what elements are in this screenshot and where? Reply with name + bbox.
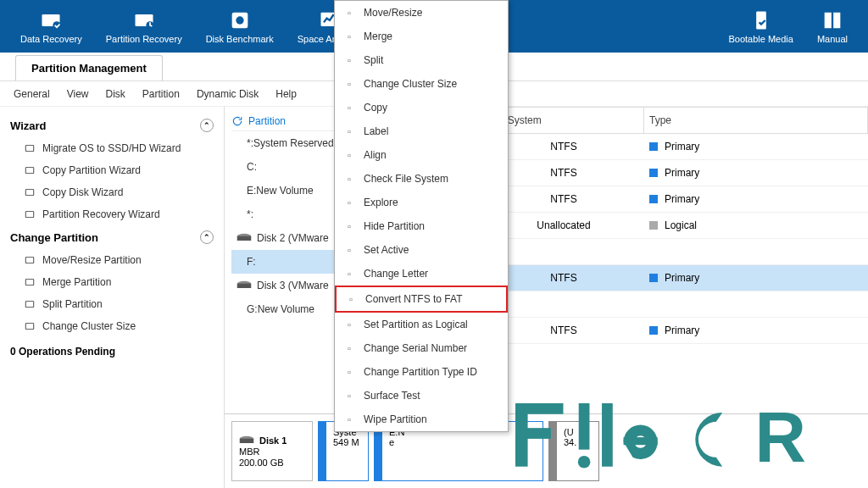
change-partition-group-title[interactable]: Change Partition ⌃	[10, 225, 214, 249]
tab-partition-management[interactable]: Partition Management	[15, 55, 163, 80]
action-icon: ▫	[343, 366, 355, 378]
label: Partition Recovery	[106, 34, 182, 44]
ctx-set-active[interactable]: ▫Set Active	[335, 238, 508, 262]
action-icon: ▫	[343, 78, 355, 90]
ctx-change-partition-type-id[interactable]: ▫Change Partition Type ID	[335, 360, 508, 384]
svg-rect-13	[25, 280, 33, 286]
tree-partition[interactable]: *:System Reserved	[231, 131, 339, 155]
partition-recovery-icon	[132, 8, 156, 32]
ctx-wipe-partition[interactable]: ▫Wipe Partition	[335, 408, 508, 431]
tree-partition[interactable]: C:	[231, 155, 339, 179]
tree-partition[interactable]: *:	[231, 202, 339, 226]
action-icon: ▫	[343, 125, 355, 137]
ctx-change-cluster-size[interactable]: ▫Change Cluster Size	[335, 72, 508, 96]
context-menu: ▫Move/Resize▫Merge▫Split▫Change Cluster …	[334, 0, 509, 432]
menu-disk[interactable]: Disk	[106, 88, 125, 100]
action-icon: ▫	[343, 342, 355, 354]
ctx-convert-ntfs-to-fat[interactable]: ▫Convert NTFS to FAT	[335, 286, 508, 313]
tree-disk[interactable]: Disk 3 (VMware	[231, 274, 339, 297]
ctx-hide-partition[interactable]: ▫Hide Partition	[335, 214, 508, 238]
svg-rect-9	[25, 168, 33, 174]
partition-color-icon	[649, 169, 658, 177]
menu-view[interactable]: View	[67, 88, 89, 100]
partition-color-icon	[649, 195, 658, 203]
manual-icon	[821, 8, 844, 32]
action-icon: ▫	[343, 268, 355, 280]
disk-info-box[interactable]: Disk 1 MBR 200.00 GB	[231, 421, 313, 481]
partition-recovery-button[interactable]: Partition Recovery	[94, 5, 194, 47]
svg-rect-14	[25, 302, 33, 308]
operations-pending: 0 Operations Pending	[10, 337, 214, 366]
data-recovery-icon	[39, 8, 63, 32]
content-area: Partition *:System ReservedC:E:New Volum…	[225, 107, 868, 488]
ctx-change-letter[interactable]: ▫Change Letter	[335, 262, 508, 286]
refresh-icon	[231, 115, 243, 127]
tree-header[interactable]: Partition	[231, 112, 339, 131]
action-icon: ▫	[343, 7, 355, 19]
action-icon: ▫	[343, 319, 355, 330]
sidebar-item[interactable]: Partition Recovery Wizard	[10, 203, 214, 225]
sidebar: Wizard ⌃ Migrate OS to SSD/HD WizardCopy…	[0, 107, 225, 488]
tree-disk[interactable]: Disk 2 (VMware	[231, 226, 339, 250]
svg-rect-19	[237, 284, 252, 288]
col-header-type[interactable]: Type	[644, 108, 868, 133]
ctx-align[interactable]: ▫Align	[335, 143, 508, 167]
svg-rect-21	[240, 438, 254, 442]
bootable-media-icon	[749, 8, 773, 32]
sidebar-item[interactable]: Merge Partition	[10, 271, 214, 293]
sidebar-item[interactable]: Split Partition	[10, 293, 214, 315]
chevron-up-icon: ⌃	[200, 119, 214, 132]
disk-map: Disk 1 MBR 200.00 GB Syste 549 M E:N e (…	[225, 413, 868, 488]
sidebar-item[interactable]: Migrate OS to SSD/HD Wizard	[10, 137, 214, 159]
sidebar-item[interactable]: Move/Resize Partition	[10, 249, 214, 271]
action-icon: ▫	[343, 197, 355, 208]
label: Manual	[817, 34, 848, 44]
label: Data Recovery	[20, 34, 82, 44]
wizard-group-title[interactable]: Wizard ⌃	[10, 114, 214, 137]
tree-partition[interactable]: G:New Volume	[231, 297, 339, 321]
sidebar-item[interactable]: Change Cluster Size	[10, 315, 214, 337]
partition-color-icon	[649, 274, 658, 282]
svg-point-5	[236, 16, 243, 24]
ctx-move-resize[interactable]: ▫Move/Resize	[335, 1, 508, 25]
disk-icon	[239, 435, 254, 446]
ctx-surface-test[interactable]: ▫Surface Test	[335, 384, 508, 408]
menu-partition[interactable]: Partition	[142, 88, 180, 100]
ctx-set-partition-as-logical[interactable]: ▫Set Partition as Logical	[335, 313, 508, 336]
sidebar-item[interactable]: Copy Partition Wizard	[10, 159, 214, 181]
ctx-change-serial-number[interactable]: ▫Change Serial Number	[335, 336, 508, 360]
action-icon: ▫	[343, 102, 355, 114]
ctx-merge[interactable]: ▫Merge	[335, 25, 508, 48]
ctx-explore[interactable]: ▫Explore	[335, 191, 508, 214]
menu-help[interactable]: Help	[275, 88, 297, 100]
disk-benchmark-button[interactable]: Disk Benchmark	[194, 5, 286, 47]
tree-partition[interactable]: E:New Volume	[231, 179, 339, 202]
partition-color-icon	[649, 142, 658, 151]
svg-rect-8	[25, 146, 33, 152]
ctx-label[interactable]: ▫Label	[335, 119, 508, 143]
disk-segment[interactable]: (U 34.	[548, 421, 599, 481]
action-icon: ▫	[343, 173, 355, 185]
manual-button[interactable]: Manual	[805, 5, 860, 47]
svg-rect-15	[25, 324, 33, 330]
tree-partition[interactable]: F:	[231, 250, 339, 274]
ctx-copy[interactable]: ▫Copy	[335, 96, 508, 119]
label: Disk Benchmark	[206, 34, 274, 44]
menu-dynamic-disk[interactable]: Dynamic Disk	[197, 88, 259, 100]
sidebar-item[interactable]: Copy Disk Wizard	[10, 181, 214, 203]
bootable-media-button[interactable]: Bootable Media	[716, 5, 804, 47]
svg-rect-10	[25, 190, 33, 196]
partition-color-icon	[649, 326, 658, 335]
ctx-check-file-system[interactable]: ▫Check File System	[335, 167, 508, 191]
data-recovery-button[interactable]: Data Recovery	[8, 5, 94, 47]
action-icon: ▫	[343, 149, 355, 161]
action-icon: ▫	[343, 390, 355, 402]
svg-rect-11	[25, 212, 33, 218]
disk-benchmark-icon	[228, 8, 252, 32]
svg-rect-17	[237, 236, 252, 241]
action-icon: ▫	[343, 220, 355, 232]
partition-color-icon	[649, 221, 658, 230]
ctx-split[interactable]: ▫Split	[335, 48, 508, 72]
menu-general[interactable]: General	[14, 88, 50, 100]
action-icon: ▫	[343, 244, 355, 256]
